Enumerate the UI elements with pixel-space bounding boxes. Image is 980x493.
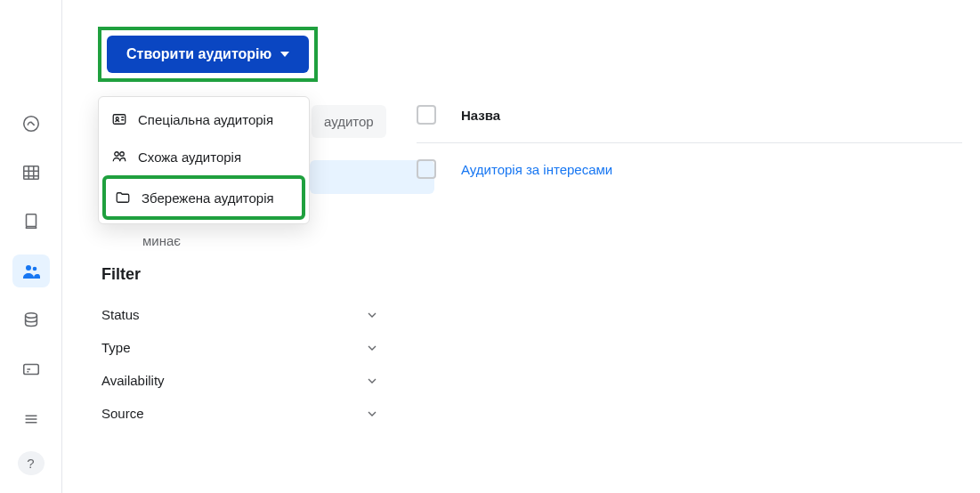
main-area: Створити аудиторію аудитор Спеціальна ау… bbox=[62, 0, 980, 493]
card-icon bbox=[21, 360, 41, 379]
documents-icon bbox=[21, 212, 41, 231]
dropdown-saved-label: Збережена аудиторія bbox=[142, 190, 274, 206]
svg-point-5 bbox=[25, 313, 36, 319]
select-all-checkbox[interactable] bbox=[417, 105, 436, 125]
dropdown-lookalike-label: Схожа аудиторія bbox=[138, 150, 241, 165]
create-audience-highlight: Створити аудиторію bbox=[98, 27, 318, 82]
audience-link[interactable]: Аудиторія за інтересами bbox=[461, 162, 612, 177]
svg-point-0 bbox=[23, 116, 38, 131]
dropdown-lookalike-audience[interactable]: Схожа аудиторія bbox=[102, 138, 305, 175]
selected-audience-pill[interactable] bbox=[310, 160, 434, 194]
nav-audiences[interactable] bbox=[12, 255, 50, 287]
gauge-icon bbox=[21, 114, 41, 133]
nav-settings[interactable] bbox=[12, 353, 50, 386]
filter-availability-label: Availability bbox=[101, 373, 165, 388]
filter-source[interactable]: Source bbox=[101, 397, 379, 430]
svg-point-3 bbox=[26, 265, 31, 271]
help-button[interactable]: ? bbox=[18, 451, 45, 475]
nav-tables[interactable] bbox=[12, 156, 50, 189]
create-audience-label: Створити аудиторію bbox=[126, 46, 271, 62]
nav-reports[interactable] bbox=[12, 206, 50, 238]
nav-more[interactable] bbox=[12, 402, 50, 435]
table-row: Аудиторія за інтересами bbox=[417, 143, 962, 179]
chevron-down-icon bbox=[365, 407, 379, 421]
dropdown-custom-audience[interactable]: Спеціальна аудиторія bbox=[102, 101, 305, 138]
id-card-icon bbox=[111, 111, 127, 127]
table-header-row: Назва bbox=[417, 105, 962, 143]
svg-point-9 bbox=[115, 152, 119, 157]
svg-rect-7 bbox=[113, 115, 126, 125]
audience-table: Назва Аудиторія за інтересами bbox=[417, 105, 962, 179]
coins-icon bbox=[21, 311, 41, 330]
nav-billing[interactable] bbox=[12, 303, 50, 336]
svg-rect-1 bbox=[23, 166, 38, 180]
expiry-label: минає bbox=[142, 233, 181, 248]
dropdown-saved-audience[interactable]: Збережена аудиторія bbox=[102, 175, 305, 220]
filter-status-label: Status bbox=[101, 307, 140, 322]
filter-type[interactable]: Type bbox=[101, 331, 379, 364]
chevron-down-icon bbox=[365, 308, 379, 322]
filter-panel: Filter Status Type Availability Source bbox=[101, 265, 379, 430]
table-icon bbox=[21, 163, 41, 182]
menu-icon bbox=[21, 409, 41, 429]
chevron-down-icon bbox=[365, 341, 379, 355]
dropdown-custom-label: Спеціальна аудиторія bbox=[138, 112, 273, 127]
lookalike-icon bbox=[111, 149, 127, 165]
svg-point-8 bbox=[116, 117, 118, 120]
svg-point-10 bbox=[120, 152, 125, 157]
svg-rect-6 bbox=[23, 365, 38, 375]
filter-source-label: Source bbox=[101, 406, 144, 421]
filter-title: Filter bbox=[101, 265, 379, 284]
folder-icon bbox=[115, 190, 131, 206]
row-checkbox[interactable] bbox=[417, 159, 436, 179]
people-icon bbox=[20, 261, 42, 282]
filter-type-label: Type bbox=[101, 340, 131, 355]
search-audience-input[interactable]: аудитор bbox=[312, 105, 386, 138]
chevron-down-icon bbox=[365, 374, 379, 388]
svg-rect-2 bbox=[26, 214, 36, 227]
create-audience-dropdown: Спеціальна аудиторія Схожа аудиторія Збе… bbox=[98, 96, 310, 224]
filter-availability[interactable]: Availability bbox=[101, 364, 379, 397]
nav-dashboard[interactable] bbox=[12, 107, 50, 140]
svg-point-4 bbox=[32, 266, 36, 271]
create-audience-button[interactable]: Створити аудиторію bbox=[107, 36, 309, 73]
caret-down-icon bbox=[280, 52, 289, 57]
question-icon: ? bbox=[27, 456, 34, 471]
column-name[interactable]: Назва bbox=[461, 108, 500, 123]
filter-status[interactable]: Status bbox=[101, 298, 379, 331]
left-nav: ? bbox=[0, 0, 62, 493]
